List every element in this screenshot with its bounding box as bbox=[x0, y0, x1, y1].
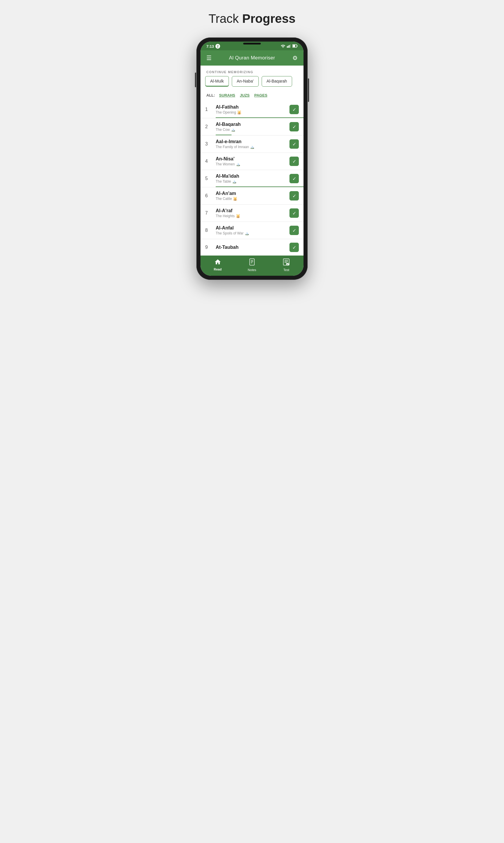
checkmark-icon: ✓ bbox=[292, 176, 296, 181]
checkmark-icon: ✓ bbox=[292, 228, 296, 233]
surah-subtitle: The Heights 🕌 bbox=[216, 214, 289, 218]
svg-rect-6 bbox=[297, 46, 298, 47]
svg-rect-7 bbox=[250, 259, 254, 265]
surah-subtitle: The Spoils of War 🏔️ bbox=[216, 231, 289, 235]
chip-an-naba[interactable]: An-Naba' bbox=[232, 76, 259, 87]
check-button[interactable]: ✓ bbox=[289, 139, 299, 149]
surah-info: Al-Fatihah The Opening 🕌 bbox=[216, 105, 289, 114]
surah-row[interactable]: 5 Al-Ma'idah The Table 🏔️ ✓ bbox=[200, 170, 304, 187]
main-content: CONTINUE MEMORIZING Al-Mulk An-Naba' Al-… bbox=[200, 66, 304, 255]
notes-icon bbox=[249, 258, 255, 267]
mountain-icon: 🏔️ bbox=[232, 179, 236, 183]
filter-pages[interactable]: PAGES bbox=[254, 93, 268, 97]
surah-number: 9 bbox=[205, 245, 213, 250]
surah-info: Al-A'raf The Heights 🕌 bbox=[216, 208, 289, 218]
nav-read-label: Read bbox=[214, 268, 221, 271]
nav-item-read[interactable]: Read bbox=[200, 258, 235, 272]
chip-al-mulk[interactable]: Al-Mulk bbox=[205, 76, 229, 87]
surah-row[interactable]: 1 Al-Fatihah The Opening 🕌 ✓ bbox=[200, 101, 304, 118]
surah-name: Al-Anfal bbox=[216, 226, 289, 231]
check-button[interactable]: ✓ bbox=[289, 157, 299, 166]
surah-number: 2 bbox=[205, 124, 213, 129]
nav-item-notes[interactable]: Notes bbox=[235, 258, 269, 272]
surah-number: 8 bbox=[205, 228, 213, 233]
surah-subtitle: The Cow 🏔️ bbox=[216, 128, 289, 132]
check-button[interactable]: ✓ bbox=[289, 243, 299, 252]
surah-info: Al-Anfal The Spoils of War 🏔️ bbox=[216, 226, 289, 235]
filter-juzs[interactable]: JUZS bbox=[240, 93, 250, 97]
surah-name: Aal-e-Imran bbox=[216, 139, 289, 144]
checkmark-icon: ✓ bbox=[292, 211, 296, 216]
surah-row[interactable]: 6 Al-An'am The Cattle 🕌 ✓ bbox=[200, 187, 304, 204]
menu-button[interactable]: ☰ bbox=[206, 54, 212, 61]
nav-test-label: Test bbox=[283, 268, 289, 272]
surah-name: Al-A'raf bbox=[216, 208, 289, 213]
bottom-nav: Read Notes bbox=[200, 255, 304, 276]
surah-name: Al-Ma'idah bbox=[216, 174, 289, 179]
app-title: Al Quran Memoriser bbox=[229, 55, 275, 61]
check-button[interactable]: ✓ bbox=[289, 105, 299, 114]
phone-screen: 7:13 2 bbox=[200, 41, 304, 276]
surah-info: An-Nisa' The Women 🏔️ bbox=[216, 156, 289, 166]
surah-number: 4 bbox=[205, 159, 213, 164]
phone-device: 7:13 2 bbox=[196, 37, 308, 280]
mountain-icon: 🏔️ bbox=[236, 162, 240, 166]
surah-subtitle: The Family of Imraan 🏔️ bbox=[216, 145, 289, 149]
svg-rect-1 bbox=[288, 46, 289, 48]
section-label: CONTINUE MEMORIZING bbox=[200, 66, 304, 76]
home-icon bbox=[214, 258, 221, 267]
surah-info: At-Taubah bbox=[216, 245, 289, 250]
check-button[interactable]: ✓ bbox=[289, 174, 299, 183]
surah-row[interactable]: 2 Al-Baqarah The Cow 🏔️ ✓ bbox=[200, 118, 304, 136]
svg-rect-3 bbox=[290, 44, 291, 48]
settings-button[interactable]: ⚙ bbox=[292, 54, 298, 61]
surah-subtitle: The Opening 🕌 bbox=[216, 110, 289, 114]
checkmark-icon: ✓ bbox=[292, 141, 296, 147]
surah-number: 7 bbox=[205, 211, 213, 216]
surah-number: 6 bbox=[205, 193, 213, 198]
checkmark-icon: ✓ bbox=[292, 193, 296, 199]
surah-row[interactable]: 8 Al-Anfal The Spoils of War 🏔️ ✓ bbox=[200, 222, 304, 239]
surah-row[interactable]: 3 Aal-e-Imran The Family of Imraan 🏔️ bbox=[200, 136, 304, 153]
surah-name: At-Taubah bbox=[216, 245, 289, 250]
status-left: 7:13 2 bbox=[206, 44, 220, 49]
surah-info: Al-Baqarah The Cow 🏔️ bbox=[216, 122, 289, 132]
nav-item-test[interactable]: Test bbox=[269, 258, 304, 272]
mountain-icon: 🏔️ bbox=[250, 145, 254, 149]
filter-row: ALL: SURAHS JUZS PAGES bbox=[200, 91, 304, 101]
surah-row[interactable]: 7 Al-A'raf The Heights 🕌 ✓ bbox=[200, 204, 304, 222]
checkmark-icon: ✓ bbox=[292, 124, 296, 130]
chips-row: Al-Mulk An-Naba' Al-Baqarah bbox=[200, 76, 304, 91]
signal-icon bbox=[287, 44, 291, 49]
surah-info: Aal-e-Imran The Family of Imraan 🏔️ bbox=[216, 139, 289, 149]
mosque-icon: 🕌 bbox=[233, 197, 237, 201]
surah-list: 1 Al-Fatihah The Opening 🕌 ✓ bbox=[200, 101, 304, 255]
surah-info: Al-Ma'idah The Table 🏔️ bbox=[216, 174, 289, 183]
checkmark-icon: ✓ bbox=[292, 159, 296, 164]
surah-row[interactable]: 9 At-Taubah ✓ bbox=[200, 239, 304, 255]
surah-name: Al-An'am bbox=[216, 191, 289, 196]
nav-notes-label: Notes bbox=[248, 268, 256, 272]
battery-icon bbox=[292, 44, 298, 49]
chip-al-baqarah[interactable]: Al-Baqarah bbox=[262, 76, 292, 87]
mountain-icon: 🏔️ bbox=[245, 231, 249, 235]
check-button[interactable]: ✓ bbox=[289, 122, 299, 131]
status-right bbox=[281, 44, 298, 49]
svg-rect-5 bbox=[293, 45, 295, 47]
test-icon bbox=[283, 258, 289, 267]
filter-surahs[interactable]: SURAHS bbox=[219, 93, 235, 97]
mosque-icon: 🕌 bbox=[236, 214, 240, 218]
page-wrapper: Track Progress 7:13 2 bbox=[164, 12, 340, 280]
status-time: 7:13 bbox=[206, 44, 214, 49]
svg-rect-2 bbox=[289, 45, 290, 48]
surah-info: Al-An'am The Cattle 🕌 bbox=[216, 191, 289, 201]
phone-speaker bbox=[243, 43, 261, 44]
svg-rect-0 bbox=[287, 46, 288, 48]
surah-name: Al-Baqarah bbox=[216, 122, 289, 127]
filter-all-label: ALL: bbox=[206, 93, 215, 97]
mountain-icon: 🏔️ bbox=[231, 128, 235, 132]
check-button[interactable]: ✓ bbox=[289, 209, 299, 218]
check-button[interactable]: ✓ bbox=[289, 226, 299, 235]
surah-row[interactable]: 4 An-Nisa' The Women 🏔️ ✓ bbox=[200, 153, 304, 170]
check-button[interactable]: ✓ bbox=[289, 191, 299, 200]
